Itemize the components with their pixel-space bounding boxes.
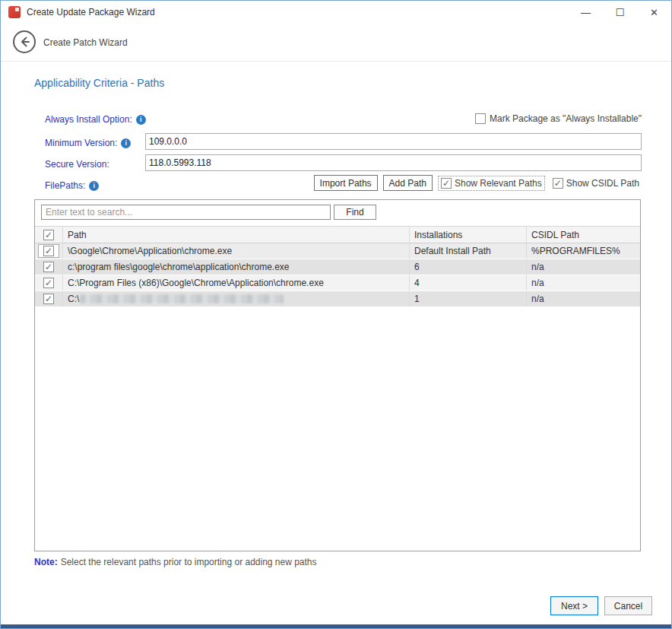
table-row[interactable]: \Google\Chrome\Application\chrome.exe De…: [35, 243, 640, 259]
installations-cell: 6: [410, 259, 527, 275]
search-input[interactable]: [41, 205, 331, 220]
row-checkbox[interactable]: [43, 278, 54, 288]
info-icon[interactable]: i: [121, 138, 131, 148]
show-csidl-path-checkbox[interactable]: [553, 178, 563, 189]
show-relevant-paths-checkbox[interactable]: [441, 178, 452, 189]
show-relevant-paths-group[interactable]: Show Relevant Paths: [438, 176, 545, 191]
window-title: Create Update Package Wizard: [27, 7, 155, 17]
note-text: Select the relevant paths prior to impor…: [61, 557, 317, 567]
row-checkbox-cell: [38, 244, 59, 258]
redacted-path-segment: [80, 294, 284, 303]
breadcrumb: Create Patch Wizard: [43, 37, 128, 48]
add-path-button[interactable]: Add Path: [383, 175, 433, 191]
window-controls: — ☐ ✕: [569, 1, 671, 24]
always-install-label: Always Install Option:: [45, 114, 132, 125]
filepaths-toolbar: Import Paths Add Path Show Relevant Path…: [314, 175, 642, 191]
close-icon[interactable]: ✕: [637, 1, 671, 24]
info-icon[interactable]: i: [136, 115, 146, 125]
show-relevant-paths-label: Show Relevant Paths: [455, 178, 542, 189]
note-label: Note:: [34, 557, 58, 567]
filepaths-label: FilePaths:: [45, 180, 85, 191]
show-csidl-path-label: Show CSIDL Path: [566, 178, 639, 189]
minimum-version-label: Minimum Version:: [45, 138, 117, 148]
csidl-cell: n/a: [527, 275, 640, 291]
back-arrow-icon: [18, 36, 30, 48]
csidl-cell: %PROGRAMFILES%: [527, 243, 640, 259]
paths-panel: Find Path Installations CSIDL Path \Goog…: [34, 199, 641, 551]
app-icon: [8, 6, 21, 18]
minimize-icon[interactable]: —: [569, 1, 603, 24]
secure-version-label: Secure Version:: [45, 159, 109, 170]
filepaths-row: FilePaths: i: [45, 180, 99, 191]
path-cell: c:\program files\google\chrome\applicati…: [63, 259, 410, 275]
next-button[interactable]: Next >: [550, 596, 598, 615]
table-row[interactable]: C:\ 1 n/a: [35, 291, 640, 307]
row-checkbox[interactable]: [43, 246, 54, 256]
wizard-header: Create Patch Wizard: [1, 24, 671, 62]
select-all-checkbox[interactable]: [43, 230, 54, 240]
installations-cell: 4: [410, 275, 527, 291]
maximize-icon[interactable]: ☐: [603, 1, 637, 24]
import-paths-button[interactable]: Import Paths: [314, 175, 378, 191]
secure-version-field[interactable]: [145, 154, 642, 171]
column-header-path[interactable]: Path: [63, 227, 410, 243]
page-title: Applicability Criteria - Paths: [34, 77, 164, 89]
csidl-cell: n/a: [527, 259, 640, 275]
wizard-window: Create Update Package Wizard — ☐ ✕ Creat…: [0, 0, 672, 629]
always-install-row: Always Install Option: i: [45, 114, 146, 125]
show-csidl-path-group[interactable]: Show CSIDL Path: [550, 176, 642, 190]
window-bottom-accent: [1, 624, 671, 628]
mark-always-installable-label: Mark Package as "Always Installable": [490, 113, 642, 124]
mark-always-installable-checkbox[interactable]: [475, 113, 486, 124]
csidl-cell: n/a: [527, 291, 640, 307]
table-row[interactable]: c:\program files\google\chrome\applicati…: [35, 259, 640, 275]
minimum-version-row: Minimum Version: i: [45, 138, 131, 148]
installations-cell: Default Install Path: [410, 243, 527, 259]
info-icon[interactable]: i: [89, 181, 99, 191]
cancel-button[interactable]: Cancel: [604, 596, 652, 615]
mark-always-installable-group[interactable]: Mark Package as "Always Installable": [475, 113, 642, 124]
path-cell: C:\Program Files (x86)\Google\Chrome\App…: [63, 275, 410, 291]
path-text: C:\: [68, 294, 79, 304]
row-checkbox[interactable]: [43, 294, 54, 304]
note: Note:Select the relevant paths prior to …: [34, 557, 317, 567]
column-header-csidl[interactable]: CSIDL Path: [527, 227, 640, 243]
back-button[interactable]: [13, 30, 36, 53]
table-header-row: Path Installations CSIDL Path: [35, 226, 640, 243]
installations-cell: 1: [410, 291, 527, 307]
path-cell: \Google\Chrome\Application\chrome.exe: [63, 243, 410, 259]
row-checkbox[interactable]: [43, 262, 54, 272]
table-row[interactable]: C:\Program Files (x86)\Google\Chrome\App…: [35, 275, 640, 291]
column-header-installations[interactable]: Installations: [410, 227, 527, 243]
path-cell: C:\: [63, 291, 410, 307]
secure-version-row: Secure Version:: [45, 159, 109, 170]
minimum-version-field[interactable]: [145, 133, 642, 150]
find-button[interactable]: Find: [334, 205, 376, 220]
paths-table: Path Installations CSIDL Path \Google\Ch…: [35, 226, 640, 307]
title-bar: Create Update Package Wizard — ☐ ✕: [1, 1, 671, 24]
